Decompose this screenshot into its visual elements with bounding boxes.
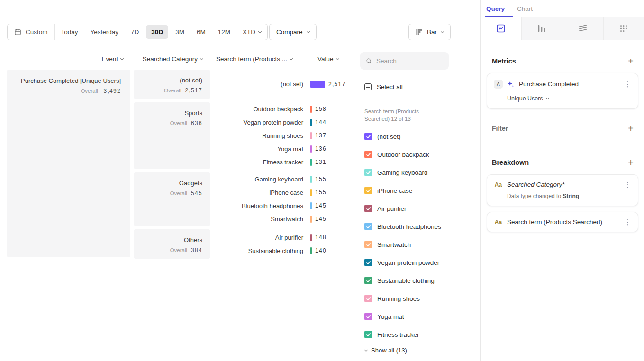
value-cell: 136: [310, 145, 327, 153]
column-header-event[interactable]: Event: [7, 55, 123, 63]
category-card[interactable]: GadgetsOverall545: [134, 172, 210, 226]
breakdown-note: Data type changed to String: [507, 193, 631, 199]
term-row[interactable]: Sustainable clothing140: [213, 244, 354, 257]
range-button-30d[interactable]: 30D: [146, 25, 168, 39]
legend-search-input[interactable]: [376, 57, 443, 64]
event-overall: Overall 3,492: [12, 87, 121, 94]
category-overall: Overall2,517: [138, 87, 202, 94]
overall-value: 3,492: [103, 88, 121, 94]
add-breakdown-button[interactable]: +: [628, 158, 634, 167]
range-button-12m[interactable]: 12M: [212, 24, 236, 40]
checkbox-checked[interactable]: [364, 241, 372, 248]
tab-query[interactable]: Query: [486, 5, 505, 12]
custom-range-button[interactable]: Custom: [8, 24, 55, 40]
check-icon: [366, 224, 371, 229]
more-menu-icon[interactable]: ⋮: [624, 218, 631, 226]
checkbox-checked[interactable]: [364, 169, 372, 176]
tab-retention[interactable]: [603, 17, 644, 40]
select-all-row[interactable]: Select all: [364, 83, 403, 90]
column-header-search-term[interactable]: Search term (Products ...: [216, 55, 292, 63]
breakdown-card[interactable]: AaSearched Category*⋮Data type changed t…: [487, 174, 638, 206]
breakdown-label: Searched Category*: [507, 181, 620, 188]
range-button-xtd[interactable]: XTD: [236, 24, 267, 40]
legend-search[interactable]: [360, 52, 449, 70]
tab-chart[interactable]: Chart: [517, 5, 533, 12]
checkbox-checked[interactable]: [364, 331, 372, 338]
string-type-icon: Aa: [494, 181, 503, 188]
category-card[interactable]: (not set)Overall2,517: [134, 70, 210, 99]
column-header-value[interactable]: Value: [317, 55, 339, 63]
legend-item[interactable]: Bluetooth headphones: [364, 217, 449, 235]
add-metric-button[interactable]: +: [628, 56, 634, 66]
legend-item-label: Yoga mat: [377, 313, 404, 320]
event-card[interactable]: Purchase Completed [Unique Users] Overal…: [7, 70, 130, 257]
metric-event-name: Purchase Completed: [519, 81, 620, 88]
legend-item[interactable]: Smartwatch: [364, 235, 449, 253]
term-row[interactable]: Outdoor backpack158: [213, 102, 354, 116]
breakdown-list: AaSearched Category*⋮Data type changed t…: [481, 174, 644, 232]
tab-funnels[interactable]: [521, 17, 562, 40]
checkbox-checked[interactable]: [364, 295, 372, 302]
legend-item[interactable]: Fitness tracker: [364, 325, 449, 343]
select-all-checkbox[interactable]: [364, 83, 372, 90]
legend-item[interactable]: Gaming keyboard: [364, 163, 449, 181]
category-card[interactable]: OthersOverall384: [134, 229, 210, 259]
tab-flows[interactable]: [562, 17, 603, 40]
range-button-today[interactable]: Today: [55, 24, 84, 40]
range-button-yesterday[interactable]: Yesterday: [84, 24, 125, 40]
legend-item[interactable]: Yoga mat: [364, 307, 449, 325]
legend-item[interactable]: Sustainable clothing: [364, 271, 449, 289]
metrics-title: Metrics: [492, 57, 516, 65]
term-row[interactable]: Vegan protein powder144: [213, 116, 354, 129]
active-tab-underline: [485, 16, 513, 17]
more-menu-icon[interactable]: ⋮: [624, 81, 631, 88]
check-icon: [366, 242, 371, 247]
chart-type-button[interactable]: Bar: [408, 24, 451, 40]
range-button-7d[interactable]: 7D: [125, 24, 145, 40]
column-header-category-label: Searched Category: [143, 55, 198, 63]
checkbox-checked[interactable]: [364, 133, 372, 140]
tab-insights[interactable]: [481, 17, 521, 40]
legend-item[interactable]: Vegan protein powder: [364, 253, 449, 271]
check-icon: [366, 188, 371, 193]
legend-item[interactable]: (not set): [364, 127, 449, 145]
range-button-3m[interactable]: 3M: [169, 24, 190, 40]
checkbox-checked[interactable]: [364, 205, 372, 212]
measure-selector[interactable]: Unique Users: [507, 95, 631, 102]
range-button-6m[interactable]: 6M: [190, 24, 212, 40]
legend-item[interactable]: Air purifier: [364, 199, 449, 217]
category-group: OthersOverall384Air purifier148Sustainab…: [134, 229, 354, 259]
checkbox-checked[interactable]: [364, 313, 372, 320]
term-row[interactable]: Smartwatch145: [213, 212, 354, 226]
overall-value: 545: [191, 190, 202, 197]
overall-label: Overall: [170, 190, 187, 196]
legend-item[interactable]: Running shoes: [364, 289, 449, 307]
checkbox-checked[interactable]: [364, 223, 372, 230]
category-overall: Overall384: [138, 246, 202, 253]
legend-item[interactable]: Outdoor backpack: [364, 145, 449, 163]
term-row[interactable]: (not set)2,517: [213, 78, 354, 91]
add-filter-button[interactable]: +: [628, 124, 634, 133]
more-menu-icon[interactable]: ⋮: [624, 181, 631, 188]
breakdown-card[interactable]: AaSearch term (Products Searched)⋮: [487, 212, 638, 232]
metric-card[interactable]: A Purchase Completed ⋮ Unique Users: [487, 73, 638, 109]
checkbox-checked[interactable]: [364, 187, 372, 194]
checkbox-checked[interactable]: [364, 151, 372, 158]
event-sparkle-icon: [507, 81, 515, 88]
term-row[interactable]: Fitness tracker131: [213, 155, 354, 169]
term-row[interactable]: Yoga mat136: [213, 142, 354, 155]
value-bar: [310, 119, 312, 126]
term-row[interactable]: iPhone case155: [213, 186, 354, 199]
term-row[interactable]: Air purifier148: [213, 231, 354, 244]
term-row[interactable]: Running shoes137: [213, 129, 354, 142]
term-row[interactable]: Bluetooth headphones145: [213, 199, 354, 212]
metric-series-badge: A: [494, 80, 503, 89]
checkbox-checked[interactable]: [364, 277, 372, 284]
term-row[interactable]: Gaming keyboard155: [213, 172, 354, 186]
show-all-button[interactable]: Show all (13): [365, 347, 407, 354]
compare-button[interactable]: Compare: [269, 24, 317, 40]
column-header-searched-category[interactable]: Searched Category: [134, 55, 203, 63]
legend-item[interactable]: iPhone case: [364, 181, 449, 199]
category-card[interactable]: SportsOverall636: [134, 102, 210, 169]
checkbox-checked[interactable]: [364, 259, 372, 266]
